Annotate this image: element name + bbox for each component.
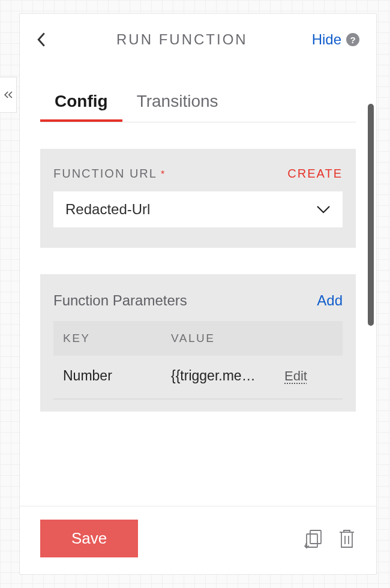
svg-rect-0	[310, 530, 321, 544]
footer-actions	[304, 528, 356, 550]
run-function-panel: RUN FUNCTION Hide ? Config Transitions F…	[19, 13, 377, 575]
required-star: *	[161, 169, 164, 179]
help-icon[interactable]: ?	[346, 33, 359, 46]
parameters-title: Function Parameters	[53, 292, 187, 309]
function-url-label: FUNCTION URL*	[53, 167, 164, 181]
trash-icon[interactable]	[338, 528, 356, 550]
chevron-left-icon	[37, 32, 46, 47]
param-value: {{trigger.me…	[171, 368, 284, 384]
back-button[interactable]	[31, 29, 52, 50]
params-row: Number {{trigger.me… Edit	[53, 356, 343, 400]
param-key: Number	[63, 368, 171, 384]
tab-bar: Config Transitions	[40, 86, 356, 122]
save-button[interactable]: Save	[40, 520, 138, 557]
function-url-value: Redacted-Url	[65, 201, 150, 218]
edit-parameter-link[interactable]: Edit	[284, 368, 307, 383]
svg-rect-1	[307, 534, 317, 547]
chevron-down-icon	[316, 205, 331, 214]
collapse-handle[interactable]	[0, 77, 17, 113]
tab-transitions[interactable]: Transitions	[122, 86, 233, 122]
scrollbar-thumb[interactable]	[368, 104, 374, 326]
hide-link[interactable]: Hide	[312, 31, 341, 48]
function-url-section: FUNCTION URL* CREATE Redacted-Url	[40, 149, 356, 248]
create-link[interactable]: CREATE	[287, 167, 343, 181]
panel-title: RUN FUNCTION	[52, 31, 312, 48]
params-table-header: KEY VALUE	[53, 321, 343, 356]
panel-header: RUN FUNCTION Hide ?	[20, 14, 376, 65]
tab-config[interactable]: Config	[40, 86, 122, 122]
function-parameters-section: Function Parameters Add KEY VALUE Number…	[40, 274, 356, 412]
col-key-header: KEY	[63, 332, 171, 345]
function-url-select[interactable]: Redacted-Url	[53, 191, 343, 227]
hide-group: Hide ?	[312, 31, 359, 48]
panel-footer: Save	[20, 506, 376, 574]
chevrons-left-icon	[2, 87, 14, 103]
add-parameter-link[interactable]: Add	[317, 292, 343, 309]
col-value-header: VALUE	[171, 332, 284, 345]
panel-body: Config Transitions FUNCTION URL* CREATE …	[20, 65, 376, 506]
clone-icon[interactable]	[304, 529, 325, 549]
